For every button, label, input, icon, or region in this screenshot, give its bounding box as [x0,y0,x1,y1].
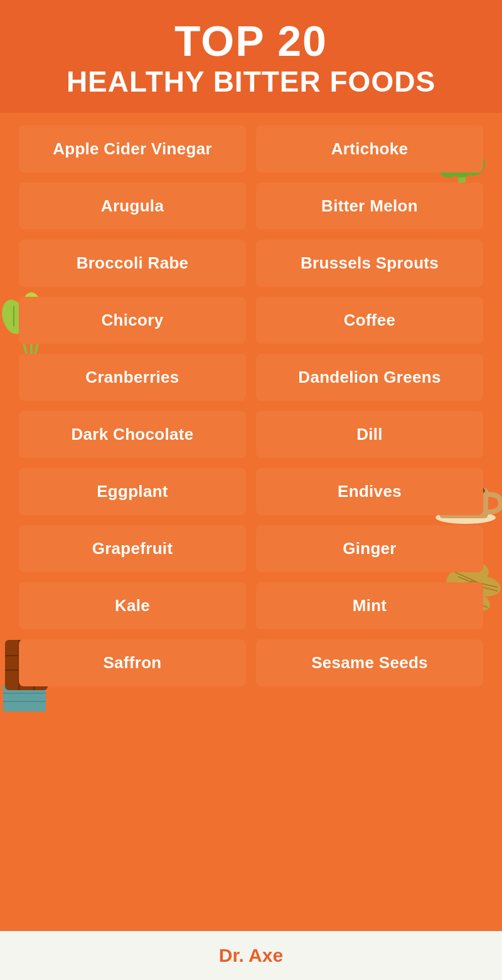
food-item-left-0: Apple Cider Vinegar [19,125,246,173]
food-label-right-8: Mint [353,596,387,615]
header-bottom-line: HEALTHY BITTER FOODS [13,65,489,99]
food-item-right-8: Mint [256,582,483,629]
food-item-right-6: Endives [256,468,483,515]
food-label-left-9: Saffron [103,653,161,672]
food-item-right-3: Coffee [256,297,483,344]
food-label-left-0: Apple Cider Vinegar [53,139,212,158]
food-item-left-8: Kale [19,582,246,629]
food-item-left-1: Arugula [19,183,246,230]
food-label-left-6: Eggplant [97,482,168,501]
food-label-right-7: Ginger [343,539,397,558]
food-item-right-9: Sesame Seeds [256,639,483,686]
footer: Dr. Axe [0,931,502,980]
footer-brand: Dr. Axe [14,945,488,966]
food-label-left-5: Dark Chocolate [72,425,194,444]
food-label-left-2: Broccoli Rabe [77,253,189,272]
food-item-right-5: Dill [256,411,483,458]
food-item-right-2: Brussels Sprouts [256,240,483,287]
food-item-left-9: Saffron [19,639,246,686]
grid-container: Apple Cider VinegarArtichokeArugulaBitte… [0,113,502,705]
food-item-right-7: Ginger [256,525,483,572]
food-label-right-6: Endives [338,482,402,501]
food-label-left-8: Kale [115,596,150,615]
food-item-left-7: Grapefruit [19,525,246,572]
food-item-left-2: Broccoli Rabe [19,240,246,287]
food-item-left-5: Dark Chocolate [19,411,246,458]
food-label-right-1: Bitter Melon [321,196,418,215]
food-item-left-6: Eggplant [19,468,246,515]
food-label-left-4: Cranberries [85,368,179,386]
food-label-left-3: Chicory [102,311,164,329]
food-item-right-0: Artichoke [256,125,483,173]
food-label-right-5: Dill [356,425,383,444]
svg-rect-20 [3,684,46,711]
food-label-right-3: Coffee [344,311,396,329]
food-item-left-4: Cranberries [19,354,246,401]
food-label-left-7: Grapefruit [92,539,173,558]
food-label-left-1: Arugula [101,196,164,215]
food-item-left-3: Chicory [19,297,246,344]
food-label-right-4: Dandelion Greens [298,368,441,386]
svg-line-32 [455,572,479,583]
header: TOP 20 HEALTHY BITTER FOODS [0,0,502,113]
food-label-right-2: Brussels Sprouts [301,253,439,272]
food-item-right-1: Bitter Melon [256,183,483,230]
header-top-line: TOP 20 [13,18,489,65]
food-label-right-0: Artichoke [331,139,409,158]
food-label-right-9: Sesame Seeds [311,653,428,672]
food-item-right-4: Dandelion Greens [256,354,483,401]
